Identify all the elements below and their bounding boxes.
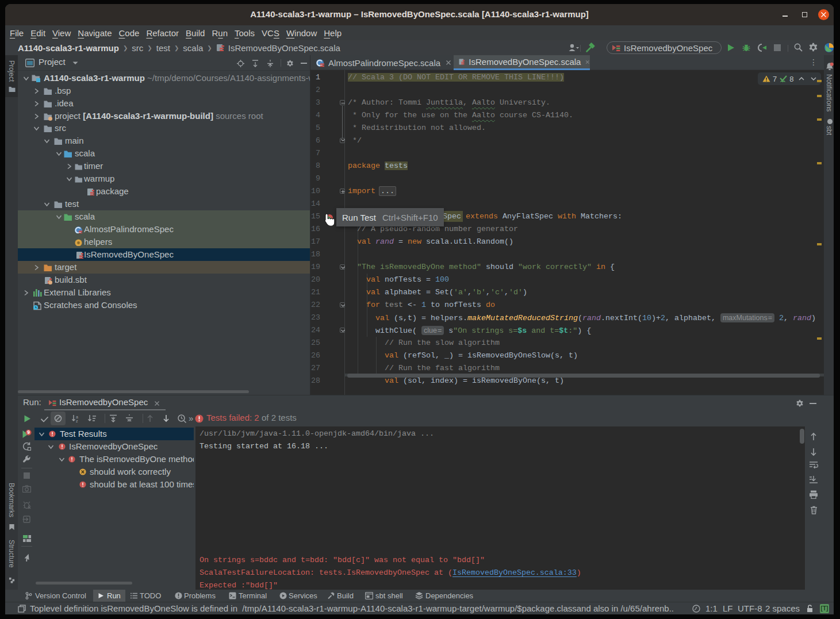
svg-text:9: 9 bbox=[27, 429, 30, 435]
svg-text:a: a bbox=[76, 415, 78, 419]
svg-text:z: z bbox=[76, 419, 78, 423]
